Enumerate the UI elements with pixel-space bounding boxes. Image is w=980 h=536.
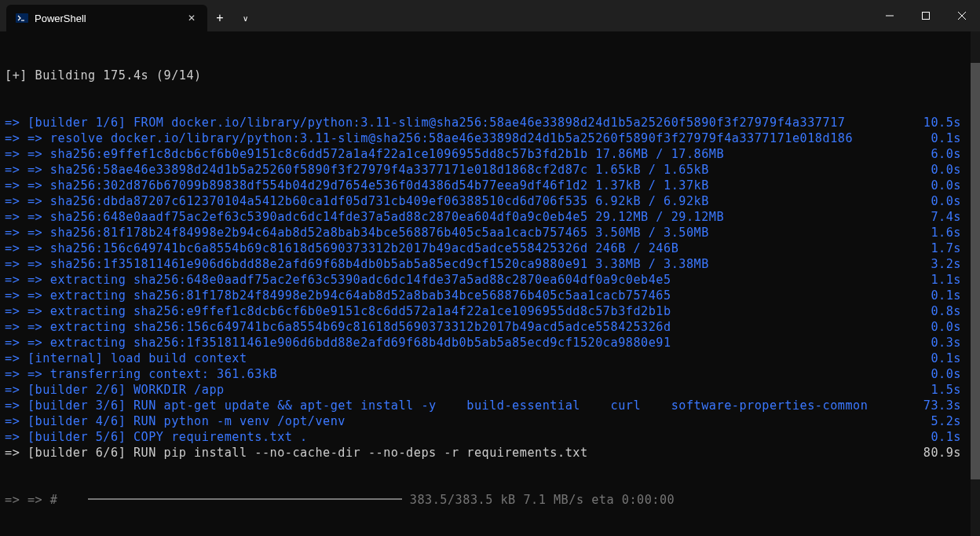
scrollbar-thumb[interactable] [971, 63, 980, 479]
svg-rect-0 [16, 13, 28, 23]
build-output-line: => => sha256:1f351811461e906d6bdd88e2afd… [5, 256, 975, 272]
titlebar: PowerShell ✕ + ∨ [0, 0, 980, 31]
scrollbar[interactable] [971, 31, 980, 536]
minimize-button[interactable] [872, 0, 908, 31]
new-tab-button[interactable]: + [207, 5, 232, 31]
tab-title: PowerShell [35, 13, 184, 24]
build-output-line: => => extracting sha256:e9ffef1c8dcb6cf6… [5, 303, 975, 319]
build-output-line: => => transferring context: 361.63kB0.0s [5, 366, 975, 382]
build-output-line: => => extracting sha256:156c649741bc6a85… [5, 319, 975, 335]
titlebar-drag-area[interactable] [258, 0, 872, 31]
svg-rect-3 [923, 13, 930, 20]
build-output-line: => [builder 2/6] WORKDIR /app1.5s [5, 382, 975, 398]
build-output-line: => => sha256:81f178b24f84998e2b94c64ab8d… [5, 225, 975, 240]
build-output-line: => => sha256:156c649741bc6a8554b69c81618… [5, 240, 975, 256]
build-output-line: => => sha256:dbda87207c612370104a5412b60… [5, 193, 975, 209]
build-output-line: => => sha256:e9ffef1c8dcb6cf6b0e9151c8c6… [5, 146, 975, 162]
build-output-line: => => sha256:58ae46e33898d24d1b5a25260f5… [5, 162, 975, 178]
terminal-content[interactable]: [+] Building 175.4s (9/14) => [builder 1… [0, 31, 980, 536]
build-output-line: => [builder 5/6] COPY requirements.txt .… [5, 429, 975, 445]
build-output-line: => => sha256:648e0aadf75ac2ef63c5390adc6… [5, 209, 975, 225]
tab-powershell[interactable]: PowerShell ✕ [6, 5, 207, 31]
tab-close-button[interactable]: ✕ [184, 10, 199, 26]
build-header: [+] Building 175.4s (9/14) [5, 68, 975, 83]
powershell-icon [16, 12, 28, 24]
maximize-button[interactable] [908, 0, 944, 31]
build-output-line: => [builder 6/6] RUN pip install --no-ca… [5, 445, 975, 461]
close-button[interactable] [944, 0, 980, 31]
build-output-line: => [builder 4/6] RUN python -m venv /opt… [5, 413, 975, 429]
build-output-line: => => extracting sha256:1f351811461e906d… [5, 335, 975, 351]
progress-line-1: => => # 383.5/383.5 kB 7.1 MB/s eta 0:00… [5, 492, 975, 508]
build-output-line: => => resolve docker.io/library/python:3… [5, 130, 975, 146]
build-output-line: => [builder 3/6] RUN apt-get update && a… [5, 398, 975, 413]
window-controls [872, 0, 980, 31]
build-output-line: => => sha256:302d876b67099b89838df554b04… [5, 178, 975, 193]
build-output-line: => => extracting sha256:648e0aadf75ac2ef… [5, 272, 975, 288]
build-output-line: => => extracting sha256:81f178b24f84998e… [5, 288, 975, 303]
tab-dropdown-button[interactable]: ∨ [232, 5, 258, 31]
build-output-line: => [builder 1/6] FROM docker.io/library/… [5, 115, 975, 130]
build-output-line: => [internal] load build context0.1s [5, 351, 975, 366]
